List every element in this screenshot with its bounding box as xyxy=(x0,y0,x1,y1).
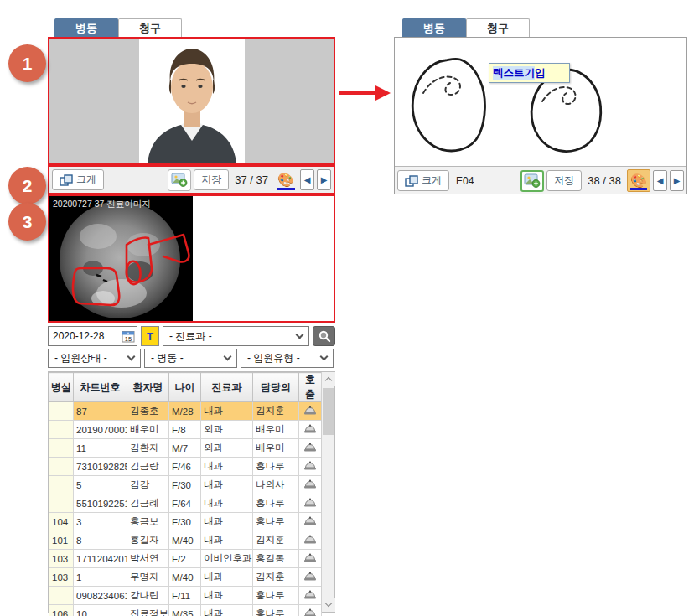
cell-doctor[interactable]: 홍나루 xyxy=(253,605,299,616)
cell-doctor[interactable]: 홍나루 xyxy=(253,513,299,531)
table-row[interactable]: 87김종호M/28내과김지훈 xyxy=(49,402,322,421)
cell-age[interactable]: F/30 xyxy=(169,513,201,531)
next-image-button[interactable]: ▶ xyxy=(317,169,331,190)
cell-doctor[interactable]: 홍길동 xyxy=(253,550,299,568)
cell-chart-no[interactable]: 1 xyxy=(74,568,127,587)
cell-age[interactable]: M/40 xyxy=(169,568,201,587)
cell-patient-name[interactable]: 김금랑 xyxy=(127,458,169,476)
cell-patient-name[interactable]: 홍금보 xyxy=(127,513,169,531)
admission-type-dropdown[interactable]: - 입원유형 - xyxy=(241,349,334,368)
department-dropdown[interactable]: - 진료과 - xyxy=(163,326,309,346)
call-button[interactable] xyxy=(299,587,322,605)
cell-department[interactable]: 내과 xyxy=(201,402,253,421)
prev-image-button[interactable]: ◀ xyxy=(300,169,314,190)
cell-age[interactable]: M/35 xyxy=(169,605,201,616)
date-input[interactable]: 2020-12-28 15 xyxy=(48,326,137,346)
cell-room[interactable] xyxy=(49,476,74,494)
cell-chart-no[interactable]: 1711204201 xyxy=(74,550,127,568)
xray-image-area[interactable]: 20200727 37 진료이미지 xyxy=(48,194,335,323)
cell-age[interactable]: M/28 xyxy=(169,402,201,421)
table-row[interactable]: 1031무명자M/40내과김지훈 xyxy=(49,568,322,587)
save-button[interactable]: 저장 xyxy=(194,169,229,190)
cell-age[interactable]: M/40 xyxy=(169,531,201,550)
cell-room[interactable] xyxy=(49,494,74,513)
patient-photo-area[interactable] xyxy=(48,37,335,165)
call-button[interactable] xyxy=(299,605,322,616)
cell-patient-name[interactable]: 박서연 xyxy=(127,550,169,568)
cell-patient-name[interactable]: 강나린 xyxy=(127,587,169,605)
cell-department[interactable]: 내과 xyxy=(201,587,253,605)
table-row[interactable]: 2019070001배우미F/8외과배우미 xyxy=(49,421,322,439)
cell-doctor[interactable]: 김지훈 xyxy=(253,531,299,550)
cell-doctor[interactable]: 배우미 xyxy=(253,421,299,439)
table-row[interactable]: 7310192825김금랑F/46내과홍나루 xyxy=(49,458,322,476)
call-button[interactable] xyxy=(299,458,322,476)
prev-image-button-right[interactable]: ◀ xyxy=(653,170,667,191)
table-row[interactable]: 1031711204201박서연F/2이비인후과홍길동 xyxy=(49,550,322,568)
cell-chart-no[interactable]: 10 xyxy=(74,605,127,616)
cell-chart-no[interactable]: 3 xyxy=(74,513,127,531)
tab-billing[interactable]: 청구 xyxy=(118,18,182,37)
cell-patient-name[interactable]: 김종호 xyxy=(127,402,169,421)
cell-room[interactable]: 101 xyxy=(49,531,74,550)
header-age[interactable]: 나이 xyxy=(169,373,201,402)
cell-room[interactable]: 103 xyxy=(49,550,74,568)
cell-chart-no[interactable]: 7310192825 xyxy=(74,458,127,476)
add-image-button[interactable] xyxy=(168,169,191,191)
add-image-button-right[interactable] xyxy=(520,170,544,192)
save-button-right[interactable]: 저장 xyxy=(546,170,582,191)
search-button[interactable] xyxy=(313,326,335,346)
cell-chart-no[interactable]: 0908234061 xyxy=(74,587,127,605)
tab-ward[interactable]: 병동 xyxy=(54,18,118,37)
call-button[interactable] xyxy=(299,513,322,531)
table-row[interactable]: 1018홍길자M/40내과김지훈 xyxy=(49,531,322,550)
cell-age[interactable]: F/2 xyxy=(169,550,201,568)
table-row[interactable]: 5510192251김금례F/64내과홍나루 xyxy=(49,494,322,513)
table-row[interactable]: 11김환자M/7외과배우미 xyxy=(49,439,322,458)
scroll-up-button[interactable] xyxy=(322,372,335,386)
table-row[interactable]: 1043홍금보F/30내과홍나루 xyxy=(49,513,322,531)
cell-room[interactable] xyxy=(49,421,74,439)
enlarge-button[interactable]: 크게 xyxy=(52,169,104,190)
cell-age[interactable]: F/11 xyxy=(169,587,201,605)
call-button[interactable] xyxy=(299,439,322,458)
header-chart-no[interactable]: 차트번호 xyxy=(74,373,127,402)
cell-doctor[interactable]: 홍나루 xyxy=(253,587,299,605)
image-name-field-right[interactable]: E04 xyxy=(452,170,518,191)
cell-doctor[interactable]: 김지훈 xyxy=(253,402,299,421)
cell-patient-name[interactable]: 김금례 xyxy=(127,494,169,513)
cell-room[interactable] xyxy=(49,587,74,605)
cell-room[interactable]: 106 xyxy=(49,605,74,616)
cell-chart-no[interactable]: 11 xyxy=(74,439,127,458)
drawing-canvas[interactable]: 텍스트기입 xyxy=(395,38,686,166)
next-image-button-right[interactable]: ▶ xyxy=(670,170,684,191)
cell-age[interactable]: F/46 xyxy=(169,458,201,476)
scroll-down-button[interactable] xyxy=(322,598,335,612)
cell-room[interactable]: 104 xyxy=(49,513,74,531)
calendar-icon[interactable]: 15 xyxy=(122,330,135,343)
admission-status-dropdown[interactable]: - 입원상태 - xyxy=(48,349,141,368)
cell-doctor[interactable]: 배우미 xyxy=(253,439,299,458)
cell-department[interactable]: 이비인후과 xyxy=(201,550,253,568)
header-patient-name[interactable]: 환자명 xyxy=(127,373,169,402)
cell-department[interactable]: 내과 xyxy=(201,458,253,476)
table-row[interactable]: 0908234061강나린F/11내과홍나루 xyxy=(49,587,322,605)
cell-patient-name[interactable]: 배우미 xyxy=(127,421,169,439)
header-room[interactable]: 병실 xyxy=(49,373,74,402)
cell-room[interactable] xyxy=(49,458,74,476)
cell-chart-no[interactable]: 5 xyxy=(74,476,127,494)
cell-department[interactable]: 외과 xyxy=(201,421,253,439)
cell-patient-name[interactable]: 김환자 xyxy=(127,439,169,458)
cell-chart-no[interactable]: 8 xyxy=(74,531,127,550)
table-row[interactable]: 10610진료정보.M/35내과홍나루 xyxy=(49,605,322,616)
cell-department[interactable]: 외과 xyxy=(201,439,253,458)
call-button[interactable] xyxy=(299,421,322,439)
header-call[interactable]: 호출 xyxy=(299,373,322,402)
enlarge-button-right[interactable]: 크게 xyxy=(397,170,449,191)
cell-department[interactable]: 내과 xyxy=(201,494,253,513)
cell-department[interactable]: 내과 xyxy=(201,531,253,550)
cell-age[interactable]: F/64 xyxy=(169,494,201,513)
header-doctor[interactable]: 담당의 xyxy=(253,373,299,402)
palette-button-right[interactable]: 🎨 xyxy=(627,169,650,192)
palette-button[interactable]: 🎨 xyxy=(274,168,298,191)
